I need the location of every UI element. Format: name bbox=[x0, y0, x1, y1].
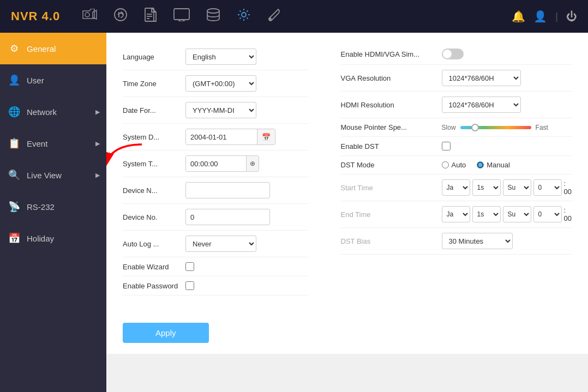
apply-button[interactable]: Apply bbox=[123, 323, 209, 343]
sidebar-item-rs232[interactable]: 📡 RS-232 bbox=[0, 191, 106, 222]
sidebar-item-liveview[interactable]: 🔍 Live View ▶ bbox=[0, 159, 106, 191]
sidebar-item-general[interactable]: ⚙ General bbox=[0, 33, 106, 64]
sidebar-label-liveview: Live View bbox=[27, 171, 62, 180]
deviceno-input[interactable] bbox=[185, 209, 270, 225]
starttime-row: Start Time Ja 1s Su 0 : 00 bbox=[341, 174, 572, 201]
endtime-day[interactable]: Su bbox=[503, 206, 531, 222]
enabledst-checkbox[interactable] bbox=[442, 142, 451, 150]
time-increment-icon[interactable]: ⊕ bbox=[246, 156, 259, 171]
dstmode-auto-radio[interactable] bbox=[442, 161, 449, 168]
bell-icon[interactable]: 🔔 bbox=[512, 10, 525, 23]
endtime-week[interactable]: 1s bbox=[472, 206, 501, 222]
enablepassword-control bbox=[185, 281, 308, 290]
language-select[interactable]: English bbox=[185, 49, 256, 65]
database-icon[interactable] bbox=[206, 8, 220, 25]
timezone-select[interactable]: (GMT+00:00) bbox=[185, 75, 256, 92]
enablewizard-checkbox[interactable] bbox=[185, 262, 194, 271]
sidebar-item-holiday[interactable]: 📅 Holiday bbox=[0, 222, 106, 254]
autolog-control: Never bbox=[185, 236, 308, 252]
endtime-month[interactable]: Ja bbox=[442, 206, 470, 222]
mousepointer-control: Slow Fast bbox=[442, 124, 572, 131]
deviceno-control bbox=[185, 209, 308, 225]
dstmode-manual-option[interactable]: Manual bbox=[477, 161, 510, 169]
sidebar-label-general: General bbox=[27, 44, 56, 53]
display-icon[interactable] bbox=[173, 8, 190, 25]
starttime-week[interactable]: 1s bbox=[472, 179, 501, 196]
speed-row: Slow Fast bbox=[442, 124, 548, 131]
rs232-icon: 📡 bbox=[8, 201, 20, 213]
hdmivga-row: Enable HDMI/VGA Sim... bbox=[341, 44, 572, 65]
hdmivga-label: Enable HDMI/VGA Sim... bbox=[341, 50, 442, 58]
starttime-hour[interactable]: 0 bbox=[533, 179, 562, 196]
sidebar-item-network[interactable]: 🌐 Network ▶ bbox=[0, 96, 106, 128]
autolog-select[interactable]: Never bbox=[185, 236, 256, 252]
wrench-icon[interactable] bbox=[267, 8, 280, 25]
settings-nav-icon[interactable] bbox=[237, 8, 251, 25]
sidebar-label-user: User bbox=[27, 76, 44, 85]
dstmode-auto-label: Auto bbox=[452, 161, 466, 169]
systemdate-input-group: 📅 bbox=[185, 129, 275, 145]
endtime-control: Ja 1s Su 0 : 00 bbox=[442, 206, 572, 222]
slow-label: Slow bbox=[442, 124, 456, 131]
starttime-day[interactable]: Su bbox=[503, 179, 531, 196]
enablepassword-row: Enable Password bbox=[123, 276, 308, 295]
hdmires-select[interactable]: 1024*768/60H bbox=[442, 97, 521, 113]
svg-point-0 bbox=[85, 13, 89, 17]
deviceno-row: Device No. bbox=[123, 204, 308, 231]
deviceno-label: Device No. bbox=[123, 213, 185, 221]
devicename-control bbox=[185, 182, 308, 198]
gear-icon: ⚙ bbox=[8, 43, 20, 55]
sidebar: ⚙ General 👤 User 🌐 Network ▶ 📋 Event ▶ 🔍… bbox=[0, 33, 106, 392]
content-area: Language English Time Zone (GMT+00:00) bbox=[106, 33, 588, 354]
account-icon[interactable]: 👤 bbox=[533, 10, 547, 23]
file-icon[interactable] bbox=[144, 8, 157, 25]
camera-icon[interactable] bbox=[82, 9, 97, 24]
apply-section: Apply bbox=[123, 317, 308, 343]
endtime-colon: : 00 bbox=[564, 206, 572, 222]
dstbias-select[interactable]: 30 Minutes bbox=[442, 233, 513, 249]
liveview-icon: 🔍 bbox=[8, 169, 20, 181]
mousepointer-label: Mouse Pointer Spe... bbox=[341, 123, 442, 131]
enablepassword-checkbox[interactable] bbox=[185, 281, 194, 290]
starttime-month[interactable]: Ja bbox=[442, 179, 470, 196]
speed-slider[interactable] bbox=[460, 126, 531, 129]
dstmode-row: DST Mode Auto Manual bbox=[341, 156, 572, 174]
hdmivga-control bbox=[442, 49, 572, 59]
starttime-colon: : 00 bbox=[564, 179, 572, 196]
nav-icons bbox=[82, 8, 512, 25]
holiday-icon: 📅 bbox=[8, 232, 20, 244]
vgares-control: 1024*768/60H bbox=[442, 70, 572, 86]
sidebar-item-event[interactable]: 📋 Event ▶ bbox=[0, 128, 106, 159]
systemdate-control: 📅 bbox=[185, 129, 308, 145]
divider: | bbox=[555, 11, 558, 22]
sidebar-item-user[interactable]: 👤 User bbox=[0, 64, 106, 96]
hdmivga-toggle[interactable] bbox=[442, 49, 464, 59]
chevron-right-icon-liveview: ▶ bbox=[95, 172, 100, 179]
starttime-dst-row: Ja 1s Su 0 : 00 bbox=[442, 179, 572, 196]
settings-grid: Language English Time Zone (GMT+00:00) bbox=[123, 44, 572, 343]
dstbias-control: 30 Minutes bbox=[442, 233, 572, 249]
toggle-knob bbox=[443, 50, 452, 58]
header: NVR 4.0 🔔 👤 | bbox=[0, 0, 588, 33]
svg-point-13 bbox=[269, 18, 271, 20]
network-icon: 🌐 bbox=[8, 106, 20, 118]
dstmode-manual-radio[interactable] bbox=[477, 161, 484, 168]
dateformat-select[interactable]: YYYY-MM-DI bbox=[185, 102, 256, 118]
language-control: English bbox=[185, 49, 308, 65]
svg-point-12 bbox=[242, 13, 246, 17]
systemdate-input[interactable] bbox=[186, 129, 257, 145]
devicename-input[interactable] bbox=[185, 182, 270, 198]
systemtime-label: System T... bbox=[123, 160, 185, 168]
playback-icon[interactable] bbox=[113, 8, 128, 25]
endtime-row: End Time Ja 1s Su 0 : 00 bbox=[341, 201, 572, 228]
svg-point-11 bbox=[207, 9, 219, 13]
calendar-icon[interactable]: 📅 bbox=[257, 129, 275, 144]
power-icon[interactable]: ⏻ bbox=[566, 10, 577, 23]
endtime-dst-row: Ja 1s Su 0 : 00 bbox=[442, 206, 572, 222]
systemtime-input[interactable] bbox=[186, 155, 246, 172]
main-area: ⚙ General 👤 User 🌐 Network ▶ 📋 Event ▶ 🔍… bbox=[0, 33, 588, 392]
hdmires-control: 1024*768/60H bbox=[442, 97, 572, 113]
endtime-hour[interactable]: 0 bbox=[533, 206, 562, 222]
dstmode-auto-option[interactable]: Auto bbox=[442, 161, 466, 169]
vgares-select[interactable]: 1024*768/60H bbox=[442, 70, 521, 86]
